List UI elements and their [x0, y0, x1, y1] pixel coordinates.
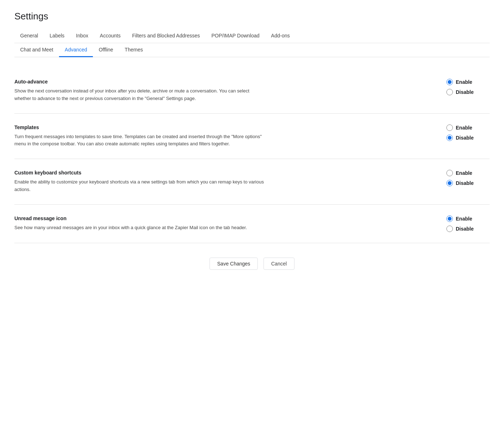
- tab-themes[interactable]: Themes: [119, 43, 149, 57]
- tab-inbox[interactable]: Inbox: [70, 29, 94, 43]
- tab-general[interactable]: General: [14, 29, 44, 43]
- templates-disable-radio[interactable]: [446, 135, 453, 141]
- tab-advanced[interactable]: Advanced: [59, 43, 93, 57]
- section-unread: Unread message icon See how many unread …: [14, 205, 490, 243]
- unread-enable-option[interactable]: Enable: [446, 215, 490, 222]
- templates-enable-option[interactable]: Enable: [446, 124, 490, 131]
- auto-advance-enable-option[interactable]: Enable: [446, 79, 490, 85]
- section-auto-advance-content: Auto-advance Show the next conversation …: [14, 79, 266, 103]
- keyboard-disable-label: Disable: [456, 180, 474, 186]
- unread-disable-label: Disable: [456, 226, 474, 232]
- templates-disable-label: Disable: [456, 135, 474, 141]
- page-title: Settings: [14, 11, 490, 22]
- nav-row2: Chat and Meet Advanced Offline Themes: [14, 43, 490, 57]
- section-unread-desc: See how many unread messages are in your…: [14, 224, 266, 232]
- section-keyboard: Custom keyboard shortcuts Enable the abi…: [14, 159, 490, 205]
- templates-disable-option[interactable]: Disable: [446, 135, 490, 141]
- save-button[interactable]: Save Changes: [210, 258, 258, 270]
- section-auto-advance-controls: Enable Disable: [432, 79, 490, 95]
- tab-offline[interactable]: Offline: [93, 43, 119, 57]
- templates-enable-label: Enable: [456, 125, 472, 131]
- section-templates-desc: Turn frequent messages into templates to…: [14, 133, 266, 148]
- tab-add-ons[interactable]: Add-ons: [265, 29, 296, 43]
- cancel-button[interactable]: Cancel: [264, 258, 294, 270]
- auto-advance-disable-option[interactable]: Disable: [446, 89, 490, 95]
- section-auto-advance-desc: Show the next conversation instead of yo…: [14, 87, 266, 103]
- auto-advance-enable-radio[interactable]: [446, 79, 453, 85]
- buttons-row: Save Changes Cancel: [14, 243, 490, 277]
- keyboard-disable-option[interactable]: Disable: [446, 180, 490, 186]
- tab-accounts[interactable]: Accounts: [94, 29, 126, 43]
- auto-advance-enable-label: Enable: [456, 79, 472, 85]
- section-templates-title: Templates: [14, 124, 266, 130]
- tab-filters[interactable]: Filters and Blocked Addresses: [126, 29, 206, 43]
- unread-enable-radio[interactable]: [446, 215, 453, 222]
- section-unread-title: Unread message icon: [14, 215, 266, 221]
- nav-row1: General Labels Inbox Accounts Filters an…: [14, 29, 490, 43]
- keyboard-enable-option[interactable]: Enable: [446, 170, 490, 176]
- unread-disable-option[interactable]: Disable: [446, 226, 490, 232]
- section-unread-controls: Enable Disable: [432, 215, 490, 232]
- keyboard-enable-radio[interactable]: [446, 170, 453, 176]
- templates-enable-radio[interactable]: [446, 124, 453, 131]
- tab-pop-imap[interactable]: POP/IMAP Download: [206, 29, 265, 43]
- unread-enable-label: Enable: [456, 216, 472, 222]
- auto-advance-disable-label: Disable: [456, 89, 474, 95]
- tab-chat-meet[interactable]: Chat and Meet: [14, 43, 59, 57]
- section-keyboard-desc: Enable the ability to customize your key…: [14, 178, 266, 194]
- tab-labels[interactable]: Labels: [44, 29, 70, 43]
- section-templates-content: Templates Turn frequent messages into te…: [14, 124, 266, 148]
- section-auto-advance-title: Auto-advance: [14, 79, 266, 85]
- unread-disable-radio[interactable]: [446, 226, 453, 232]
- section-keyboard-controls: Enable Disable: [432, 170, 490, 186]
- section-keyboard-title: Custom keyboard shortcuts: [14, 170, 266, 176]
- section-templates: Templates Turn frequent messages into te…: [14, 114, 490, 159]
- section-unread-content: Unread message icon See how many unread …: [14, 215, 266, 232]
- keyboard-enable-label: Enable: [456, 170, 472, 176]
- auto-advance-disable-radio[interactable]: [446, 89, 453, 95]
- keyboard-disable-radio[interactable]: [446, 180, 453, 186]
- section-auto-advance: Auto-advance Show the next conversation …: [14, 68, 490, 114]
- section-templates-controls: Enable Disable: [432, 124, 490, 141]
- settings-container: Settings General Labels Inbox Accounts F…: [0, 0, 504, 427]
- section-keyboard-content: Custom keyboard shortcuts Enable the abi…: [14, 170, 266, 194]
